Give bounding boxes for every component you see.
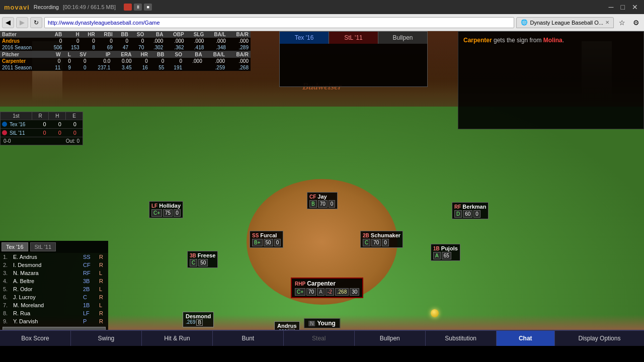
- favorites-icon[interactable]: ☆: [616, 17, 628, 28]
- tex-tab[interactable]: Tex '16: [280, 32, 329, 44]
- batter-season-slg: .418: [186, 44, 206, 51]
- roster-item[interactable]: 2. I. Desmond CF R: [0, 261, 108, 269]
- roster-tab-tex[interactable]: Tex '16: [2, 242, 28, 251]
- 2b-speed: 70: [371, 239, 381, 246]
- player-card-lf[interactable]: LF Holliday C+ 75 0: [149, 201, 183, 218]
- roster-name: E. Andrus: [13, 254, 81, 260]
- left-stats-panel: Batter AB H HR RBI BB SO BA OBP SLG BA/L…: [0, 31, 251, 71]
- close-btn[interactable]: ✕: [630, 3, 640, 11]
- tex-score-row: Tex '16 0 0 0: [1, 120, 83, 128]
- roster-pos: 3B: [83, 278, 97, 284]
- player-card-2b[interactable]: 2B Schumaker C 70 0: [360, 231, 403, 248]
- batter-bar: .000: [228, 38, 251, 44]
- settings-icon[interactable]: ⚙: [630, 17, 642, 28]
- stl-tab[interactable]: StL '11: [329, 32, 378, 44]
- roster-item[interactable]: 9. Y. Darvish P R: [0, 317, 108, 325]
- display-options-btn[interactable]: Display Options: [555, 331, 644, 346]
- batter-season-ba: .302: [146, 44, 165, 51]
- roster-hand: R: [99, 318, 105, 324]
- back-btn[interactable]: ◀: [2, 17, 14, 28]
- roster-item[interactable]: 3. N. Mazara RF L: [0, 269, 108, 277]
- commentary-action: gets the sign from: [492, 37, 543, 44]
- roster-item[interactable]: 4. A. Beltre 3B R: [0, 277, 108, 285]
- steal-btn[interactable]: Steal: [284, 331, 355, 346]
- maximize-btn[interactable]: □: [619, 3, 627, 11]
- player-card-ss[interactable]: SS Furcal B+ 50 0: [250, 231, 283, 248]
- roster-item[interactable]: 1. E. Andrus SS R: [0, 253, 108, 261]
- tex-team-name: Tex '16: [9, 121, 37, 128]
- roster-name: Y. Darvish: [13, 318, 81, 324]
- commentary-end: .: [562, 37, 564, 44]
- pitcher-season-bar: .268: [227, 64, 251, 71]
- pitcher-rbi: 30: [350, 288, 359, 296]
- roster-tab-stl[interactable]: StL '11: [30, 242, 56, 251]
- rec-stop2-btn[interactable]: ■: [144, 4, 152, 11]
- batter-obp: .000: [165, 38, 186, 44]
- rec-stop-btn[interactable]: [124, 4, 132, 11]
- rf-pos-badge: RF: [454, 204, 461, 210]
- rf-rbi: 0: [473, 210, 480, 218]
- roster-pos: P: [83, 318, 97, 324]
- roster-item[interactable]: 5. R. Odor 2B L: [0, 285, 108, 293]
- address-bar[interactable]: http://www.dynastyleaguebaseball.com/Gam…: [44, 17, 514, 28]
- pitcher-name-row: Carpenter 0 0 0 0.0 0.00 0 0 0 .000 .000…: [0, 58, 251, 64]
- tab-close-icon[interactable]: ✕: [605, 20, 609, 25]
- batter-season-hr: 8: [82, 44, 97, 51]
- roster-name: N. Mazara: [13, 270, 81, 276]
- bb-col: BB: [115, 31, 130, 38]
- bullpen-btn[interactable]: Bullpen: [355, 331, 426, 346]
- swing-btn[interactable]: Swing: [71, 331, 142, 346]
- batter-season-bar: .289: [228, 44, 251, 51]
- 2b-pos-badge: 2B: [363, 233, 369, 238]
- 2b-grade: C: [363, 239, 370, 246]
- young-badge: N: [308, 321, 315, 326]
- bunt-btn[interactable]: Bunt: [213, 331, 284, 346]
- bullpen-tab[interactable]: Bullpen: [378, 32, 427, 44]
- roster-num: 2.: [3, 262, 11, 268]
- box-score-btn[interactable]: Box Score: [0, 331, 71, 346]
- roster-item[interactable]: 8. R. Rua LF R: [0, 309, 108, 317]
- e-header: E: [66, 112, 83, 120]
- center-content: [280, 44, 427, 86]
- ss-pos-badge: SS: [252, 233, 259, 238]
- batter-bal: .000: [206, 38, 228, 44]
- batter-season-rbi: 69: [97, 44, 115, 51]
- tab-icon: 🌐: [521, 19, 528, 26]
- player-card-pitcher[interactable]: RHP Carpenter C+ 70 A -2 .268 30: [291, 278, 363, 298]
- tex-dot: [2, 122, 7, 127]
- batter-so: 0: [130, 38, 146, 44]
- bb-col-p: BB: [150, 51, 166, 58]
- rec-pause-btn[interactable]: ⏸: [134, 4, 142, 11]
- runner-card-desmond[interactable]: Desmond .269 B: [183, 312, 214, 327]
- roster-item[interactable]: 6. J. Lucroy C R: [0, 293, 108, 301]
- window-controls: ─ □ ✕: [607, 3, 640, 11]
- player-card-3b[interactable]: 3B Freese C 50: [187, 251, 218, 268]
- 1b-grade: A: [433, 252, 441, 259]
- tab-dynasty[interactable]: 🌐 Dynasty League Baseball O... ✕: [516, 17, 614, 28]
- pitcher-season-era: 3.45: [112, 64, 133, 71]
- pitcher-season-hr: 16: [133, 64, 149, 71]
- minimize-btn[interactable]: ─: [607, 3, 616, 11]
- pitcher-l: 0: [62, 58, 72, 64]
- player-card-cf[interactable]: CF Jay B 70 0: [307, 192, 338, 209]
- player-card-1b[interactable]: 1B Pujols A 65: [431, 244, 460, 261]
- refresh-btn[interactable]: ↻: [30, 17, 42, 28]
- ss-speed: 50: [264, 239, 273, 246]
- roster-hand: L: [99, 270, 105, 276]
- player-card-rf[interactable]: RF Berkman D 60 0: [452, 202, 489, 219]
- rbi-col: RBI: [97, 31, 115, 38]
- batter-ab: 0: [47, 38, 64, 44]
- sv-col: SV: [73, 51, 89, 58]
- batter-season-row: 2016 Season 506 153 8 69 47 70 .302 .362…: [0, 44, 251, 51]
- cf-speed: 70: [318, 200, 328, 208]
- batter-season-label: 2016 Season: [0, 44, 47, 51]
- substitution-btn[interactable]: Substitution: [426, 331, 497, 346]
- center-scoreboard: Tex '16 StL '11 Bullpen: [279, 31, 428, 87]
- forward-btn[interactable]: ▶: [16, 17, 28, 28]
- roster-item[interactable]: 7. M. Moreland 1B L: [0, 301, 108, 309]
- roster-list: 1. E. Andrus SS R 2. I. Desmond CF R 3. …: [0, 253, 108, 325]
- hit-and-run-btn[interactable]: Hit & Run: [142, 331, 213, 346]
- chat-btn[interactable]: Chat: [497, 331, 555, 346]
- game-area: Budweiser Batter AB H HR RBI BB SO BA OB…: [0, 31, 644, 346]
- desmond-ba: .269: [186, 319, 195, 326]
